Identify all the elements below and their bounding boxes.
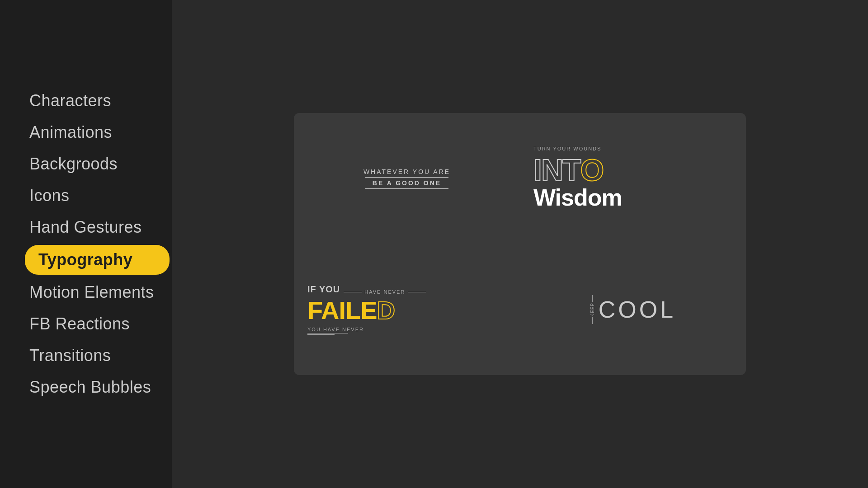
have-never-line: HAVE NEVER [344,289,426,295]
sidebar-item-transitions[interactable]: Transitions [29,342,172,370]
preview-cell-keep-cool: KEEP COOL [520,244,746,375]
wisdom-text: Wisdom [533,184,622,211]
preview-cell-failed: IF YOU HAVE NEVER FAILE D YOU HAVE NEVER [294,244,520,375]
main-content: WHATEVER YOU ARE BE A GOOD ONE Turn your… [172,0,868,488]
failed-line: FAILE D [307,296,395,325]
keep-label: KEEP [590,295,595,324]
keep-top-line [592,295,593,302]
dash-line-2 [307,334,335,335]
sidebar-item-icons[interactable]: Icons [29,182,172,210]
sidebar-item-backgroods[interactable]: Backgroods [29,150,172,178]
keep-cool-container: KEEP COOL [590,295,676,324]
sidebar-item-hand-gestures[interactable]: Hand Gestures [29,213,172,241]
into-outline-text: INT [533,152,580,188]
sidebar-item-motion-elements[interactable]: Motion Elements [29,278,172,306]
failed-bottom: YOU HAVE NEVER [307,327,364,335]
into-small-text: Turn your wounds [533,146,601,151]
sidebar-item-characters[interactable]: Characters [29,87,172,115]
sidebar-item-typography[interactable]: Typography [25,245,170,275]
you-have-never-text: YOU HAVE NEVER [307,327,364,332]
preview-panel: WHATEVER YOU ARE BE A GOOD ONE Turn your… [294,113,746,375]
into-o-text: O [580,152,604,188]
preview-cell-whatever: WHATEVER YOU ARE BE A GOOD ONE [294,113,520,244]
if-you-text: IF YOU [307,284,340,295]
into-word: INT O [533,152,603,188]
keep-bottom-line [592,317,593,324]
have-never-text: HAVE NEVER [364,289,405,295]
whatever-text: WHATEVER YOU ARE [363,168,450,175]
failed-text: FAILE [307,298,377,323]
failed-d-text: D [377,296,395,325]
if-you-line: IF YOU HAVE NEVER [307,284,426,295]
keep-text: KEEP [590,303,595,317]
sidebar-item-speech-bubbles[interactable]: Speech Bubbles [29,373,172,401]
preview-cell-into-wisdom: Turn your wounds INT O Wisdom [520,113,746,244]
sidebar-item-fb-reactions[interactable]: FB Reactions [29,310,172,338]
be-good-text: BE A GOOD ONE [365,177,448,189]
sidebar: Characters Animations Backgroods Icons H… [0,0,172,488]
dash-line-1 [307,333,348,333]
sidebar-item-animations[interactable]: Animations [29,118,172,146]
cool-text: COOL [599,296,676,323]
